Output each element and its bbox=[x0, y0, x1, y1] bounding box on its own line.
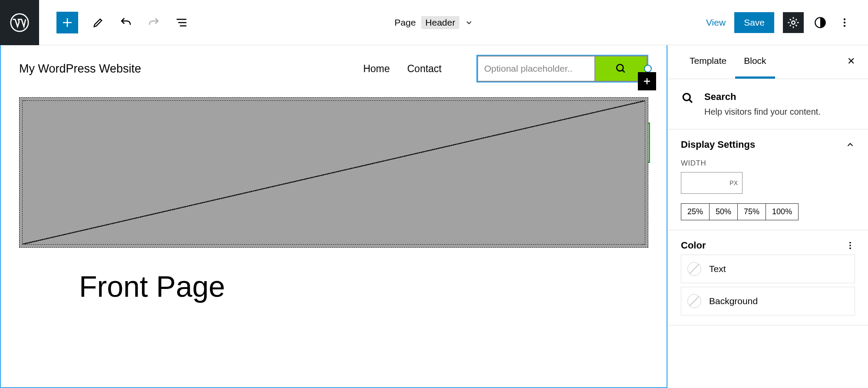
page-title[interactable]: Front Page bbox=[79, 269, 667, 303]
more-menu-button[interactable] bbox=[837, 15, 852, 30]
width-preset-100[interactable]: 100% bbox=[766, 204, 798, 220]
search-icon bbox=[681, 91, 695, 105]
settings-button[interactable] bbox=[783, 12, 804, 33]
width-presets: 25% 50% 75% 100% bbox=[681, 203, 799, 220]
block-name: Search bbox=[704, 91, 821, 103]
svg-point-3 bbox=[844, 18, 845, 20]
text-color-swatch bbox=[687, 262, 701, 276]
edit-icon[interactable] bbox=[90, 15, 106, 30]
view-link[interactable]: View bbox=[706, 17, 726, 28]
featured-image-placeholder[interactable] bbox=[19, 97, 648, 248]
save-button[interactable]: Save bbox=[734, 12, 774, 33]
background-color-swatch bbox=[687, 294, 701, 308]
tab-block[interactable]: Block bbox=[735, 45, 775, 79]
svg-point-25 bbox=[849, 242, 851, 244]
chevron-down-icon[interactable] bbox=[465, 18, 473, 27]
doc-type-label: Page bbox=[395, 17, 416, 28]
selection-handle[interactable] bbox=[644, 65, 652, 73]
styles-button[interactable] bbox=[812, 15, 828, 30]
width-preset-25[interactable]: 25% bbox=[681, 204, 710, 220]
svg-point-1 bbox=[792, 21, 795, 24]
settings-sidebar: Template Block ✕ Search Help visitors fi… bbox=[667, 45, 868, 388]
chevron-up-icon[interactable] bbox=[845, 140, 855, 149]
svg-point-26 bbox=[849, 245, 851, 246]
svg-point-27 bbox=[849, 248, 851, 249]
nav-link-contact[interactable]: Contact bbox=[407, 63, 442, 75]
add-block-inline[interactable] bbox=[638, 72, 656, 90]
color-text-row[interactable]: Text bbox=[681, 255, 855, 283]
width-label: WIDTH bbox=[681, 159, 855, 168]
panel-title-color: Color bbox=[681, 240, 706, 251]
width-preset-75[interactable]: 75% bbox=[738, 204, 766, 220]
color-background-row[interactable]: Background bbox=[681, 287, 855, 315]
add-block-button[interactable] bbox=[56, 12, 78, 33]
list-view-button[interactable] bbox=[174, 15, 189, 30]
undo-button[interactable] bbox=[118, 15, 134, 30]
redo-button bbox=[146, 15, 162, 30]
site-title[interactable]: My WordPress Website bbox=[19, 62, 141, 76]
svg-point-6 bbox=[617, 64, 623, 71]
svg-point-0 bbox=[11, 13, 28, 31]
svg-point-4 bbox=[844, 21, 845, 23]
width-preset-50[interactable]: 50% bbox=[710, 204, 738, 220]
search-block[interactable]: Optional placeholder.. bbox=[476, 55, 648, 83]
svg-point-24 bbox=[683, 93, 690, 100]
tab-template[interactable]: Template bbox=[681, 45, 735, 79]
color-options-icon[interactable] bbox=[845, 241, 855, 250]
wordpress-logo[interactable] bbox=[0, 0, 39, 45]
close-sidebar-button[interactable]: ✕ bbox=[847, 56, 855, 67]
panel-title-display[interactable]: Display Settings bbox=[681, 139, 755, 150]
block-description: Help visitors find your content. bbox=[704, 107, 821, 117]
svg-point-5 bbox=[844, 25, 845, 27]
width-input[interactable]: PX bbox=[681, 172, 743, 194]
doc-name-badge[interactable]: Header bbox=[421, 16, 460, 29]
search-input[interactable]: Optional placeholder.. bbox=[477, 56, 595, 82]
nav-link-home[interactable]: Home bbox=[363, 63, 389, 75]
